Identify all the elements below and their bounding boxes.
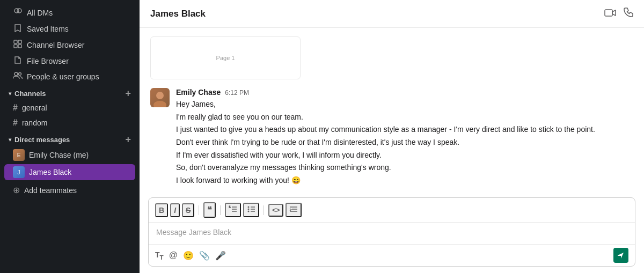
toolbar-divider [264, 205, 264, 215]
message-text: Hey James, I'm really glad to see you on… [176, 99, 633, 187]
avatar-james: J [13, 166, 25, 178]
svg-point-17 [248, 211, 250, 212]
message-composer: B I S ❝ 1 <> Message James Black TT @ [148, 197, 635, 267]
audio-button[interactable]: 🎤 [215, 250, 226, 261]
toolbar-divider [220, 205, 221, 215]
quote-button[interactable]: ❝ [203, 202, 216, 218]
bookmark-icon [13, 24, 23, 34]
toolbar-divider [199, 205, 199, 215]
chat-header: James Black [140, 0, 644, 28]
code-button[interactable]: <> [268, 204, 283, 217]
people-icon [13, 72, 23, 81]
message-time: 6:12 PM [225, 89, 249, 97]
svg-point-7 [19, 73, 21, 76]
sidebar-item-saved-items[interactable]: Saved Items [4, 21, 135, 36]
avatar [150, 88, 170, 107]
sidebar-item-james[interactable]: J James Black [4, 164, 135, 180]
channels-section-header[interactable]: ▾ Channels + [0, 84, 140, 100]
all-dms-icon [13, 8, 23, 18]
chat-title: James Black [150, 9, 206, 19]
dm-section-header[interactable]: ▾ Direct messages + [0, 130, 140, 146]
sidebar-item-channel-browser[interactable]: Channel Browser [4, 37, 135, 53]
add-teammates-button[interactable]: ⊕ Add teammates [4, 183, 135, 197]
svg-point-9 [156, 92, 164, 99]
sidebar-item-people-groups[interactable]: People & user groups [4, 69, 135, 84]
svg-point-1 [17, 9, 21, 13]
composer-bottom-tools: TT @ 🙂 📎 🎤 [155, 250, 226, 261]
add-channel-button[interactable]: + [125, 88, 131, 98]
svg-point-16 [248, 209, 250, 210]
ordered-list-button[interactable]: 1 [225, 203, 241, 217]
indent-button[interactable] [286, 203, 302, 217]
phone-call-button[interactable] [624, 8, 633, 20]
emoji-button[interactable]: 🙂 [183, 250, 194, 261]
add-dm-button[interactable]: + [125, 135, 131, 144]
chat-messages: Page 1 Emily Chase 6:12 PM Hey James, I'… [140, 28, 644, 197]
text-format-button[interactable]: TT [155, 250, 164, 261]
attach-button[interactable]: 📎 [199, 250, 210, 261]
svg-rect-3 [18, 40, 21, 43]
mention-button[interactable]: @ [169, 250, 178, 261]
svg-rect-4 [14, 45, 17, 48]
plus-circle-icon: ⊕ [13, 185, 20, 195]
channel-browser-icon [13, 40, 23, 50]
sidebar-item-emily[interactable]: E Emily Chase (me) [4, 147, 135, 163]
composer-toolbar: B I S ❝ 1 <> [149, 198, 635, 223]
sidebar-item-all-dms[interactable]: All DMs [4, 5, 135, 20]
svg-point-10 [153, 101, 166, 107]
sidebar-item-file-browser[interactable]: File Browser [4, 53, 135, 69]
sidebar-item-random[interactable]: # random [4, 116, 135, 130]
svg-rect-8 [605, 10, 612, 16]
hash-icon: # [13, 118, 18, 128]
message-content: Emily Chase 6:12 PM Hey James, I'm reall… [176, 88, 633, 188]
main-chat-area: James Black Page 1 Emily Chase 6:12 PM [140, 0, 644, 273]
composer-input[interactable]: Message James Black [149, 223, 635, 244]
composer-bottom-bar: TT @ 🙂 📎 🎤 [149, 244, 635, 266]
svg-point-15 [248, 206, 250, 208]
header-actions [604, 8, 633, 20]
send-button[interactable] [613, 248, 628, 263]
message-meta: Emily Chase 6:12 PM [176, 88, 633, 97]
italic-button[interactable]: I [170, 203, 180, 217]
bold-button[interactable]: B [155, 203, 168, 217]
svg-point-6 [14, 72, 18, 76]
chevron-down-icon: ▾ [9, 137, 11, 143]
svg-rect-2 [14, 40, 17, 43]
sidebar-item-general[interactable]: # general [4, 101, 135, 115]
sidebar: All DMs Saved Items Channel Browser File… [0, 0, 140, 273]
svg-rect-5 [18, 45, 21, 48]
message-sender: Emily Chase [176, 88, 221, 97]
svg-text:1: 1 [229, 205, 231, 208]
hash-icon: # [13, 103, 18, 113]
file-browser-icon [13, 56, 23, 66]
video-call-button[interactable] [604, 8, 616, 20]
chevron-down-icon: ▾ [9, 91, 11, 97]
bullet-list-button[interactable] [243, 203, 259, 217]
strikethrough-button[interactable]: S [182, 203, 194, 217]
avatar-emily: E [13, 149, 25, 161]
message-row: Emily Chase 6:12 PM Hey James, I'm reall… [150, 88, 633, 188]
document-preview: Page 1 [150, 36, 301, 79]
